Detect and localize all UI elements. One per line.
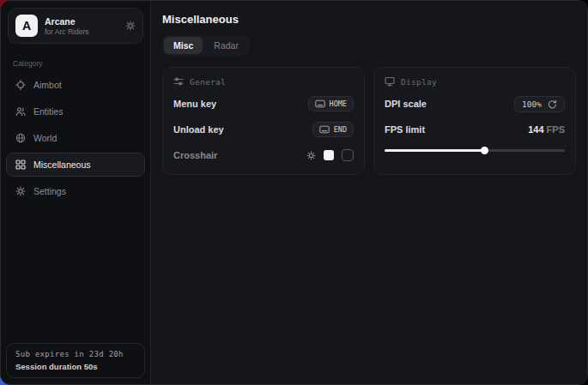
crosshair-enabled-checkbox[interactable] xyxy=(342,149,354,161)
fps-limit-value: 144 FPS xyxy=(528,124,565,135)
general-card-title: General xyxy=(190,77,226,87)
sidebar-item-aimbot[interactable]: Aimbot xyxy=(6,73,145,97)
tab-radar[interactable]: Radar xyxy=(204,37,248,54)
tab-misc[interactable]: Misc xyxy=(164,37,203,54)
menu-key-row: Menu key HOME xyxy=(173,95,354,112)
fps-limit-label: FPS limit xyxy=(385,124,425,135)
unload-key-value: END xyxy=(334,125,347,134)
users-icon xyxy=(15,106,26,117)
general-card-header: General xyxy=(173,76,354,87)
keyboard-icon xyxy=(315,99,325,108)
tab-bar: Misc Radar xyxy=(162,35,250,56)
session-duration-text: Session duration 50s xyxy=(15,362,136,371)
fps-unit: FPS xyxy=(547,124,565,135)
dpi-scale-row: DPI scale 100% xyxy=(385,95,565,112)
dpi-scale-select[interactable]: 100% xyxy=(514,96,565,112)
general-card: General Menu key HOME xyxy=(162,67,365,175)
settings-cards: General Menu key HOME xyxy=(162,67,576,175)
crosshair-controls xyxy=(306,149,354,161)
crosshair-settings-gear-icon[interactable] xyxy=(306,151,316,160)
app-window: A Arcane for Arc Riders Category xyxy=(0,0,588,385)
menu-key-label: Menu key xyxy=(173,99,216,109)
brand-text: Arcane for Arc Riders xyxy=(45,16,89,36)
display-card: Display DPI scale 100% xyxy=(373,67,576,175)
fps-number: 144 xyxy=(528,124,543,135)
monitor-icon xyxy=(385,76,395,87)
menu-key-value: HOME xyxy=(330,99,347,108)
dpi-scale-value: 100% xyxy=(522,99,542,109)
unload-key-row: Unload key END xyxy=(173,121,354,138)
sliders-icon xyxy=(173,76,184,87)
fps-slider-thumb[interactable] xyxy=(481,147,488,154)
sidebar: A Arcane for Arc Riders Category xyxy=(1,1,151,384)
brand-title: Arcane xyxy=(45,16,89,27)
sidebar-nav: Aimbot Entities xyxy=(1,70,150,203)
globe-icon xyxy=(15,133,26,143)
sidebar-item-label: Entities xyxy=(33,106,63,117)
sidebar-item-entities[interactable]: Entities xyxy=(6,99,145,123)
fps-slider-fill xyxy=(385,149,484,152)
crosshair-color-swatch[interactable] xyxy=(324,150,334,160)
brand-logo: A xyxy=(15,15,38,37)
brand-card: A Arcane for Arc Riders xyxy=(8,8,143,44)
gear-icon xyxy=(15,186,26,196)
menu-key-binding-button[interactable]: HOME xyxy=(308,96,354,111)
page-title: Miscellaneous xyxy=(162,13,576,26)
category-label: Category xyxy=(13,59,138,68)
main-content: Miscellaneous Misc Radar General xyxy=(151,1,587,384)
gear-icon[interactable] xyxy=(125,21,136,31)
sub-expires-text: Sub expires in 23d 20h xyxy=(15,350,136,358)
brand-subtitle: for Arc Riders xyxy=(45,27,89,36)
sidebar-item-world[interactable]: World xyxy=(6,126,145,150)
fps-limit-row: FPS limit 144 FPS xyxy=(385,121,565,138)
unload-key-label: Unload key xyxy=(173,124,224,135)
crosshair-row: Crosshair xyxy=(173,147,354,164)
dpi-scale-label: DPI scale xyxy=(385,99,427,109)
sidebar-item-settings[interactable]: Settings xyxy=(6,179,145,203)
fps-limit-slider[interactable] xyxy=(385,145,565,155)
sidebar-item-label: World xyxy=(33,133,57,143)
sidebar-item-label: Aimbot xyxy=(33,80,62,90)
unload-key-binding-button[interactable]: END xyxy=(312,122,354,137)
refresh-icon xyxy=(548,99,557,109)
subscription-info-card: Sub expires in 23d 20h Session duration … xyxy=(6,343,145,378)
grid-icon xyxy=(15,159,26,170)
display-card-header: Display xyxy=(385,76,565,87)
crosshair-label: Crosshair xyxy=(173,150,217,160)
sidebar-item-label: Miscellaneous xyxy=(33,159,91,170)
keyboard-icon xyxy=(319,125,330,134)
sidebar-item-miscellaneous[interactable]: Miscellaneous xyxy=(6,153,145,177)
sidebar-item-label: Settings xyxy=(33,186,66,196)
crosshair-icon xyxy=(15,80,26,90)
display-card-title: Display xyxy=(401,77,437,87)
